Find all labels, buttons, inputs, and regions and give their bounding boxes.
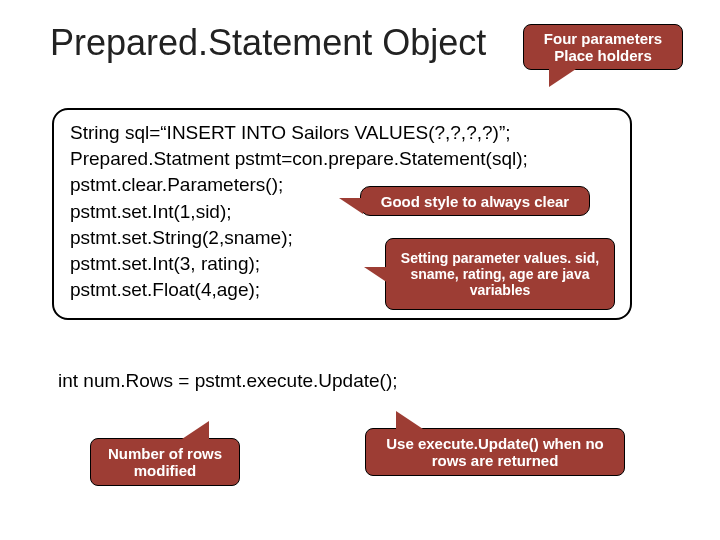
callout-tail-icon [396,411,426,431]
callout-tail-icon [179,421,209,441]
callout-text: Setting parameter values. sid, sname, ra… [394,250,606,298]
callout-execute-update: Use execute.Update() when no rows are re… [365,428,625,476]
callout-good-style: Good style to always clear [360,186,590,216]
callout-tail-icon [364,267,388,283]
code-line: String sql=“INSERT INTO Sailors VALUES(?… [70,120,614,146]
code-line-standalone: int num.Rows = pstmt.execute.Update(); [58,370,398,392]
callout-num-rows: Number of rows modified [90,438,240,486]
callout-text: Use execute.Update() when no rows are re… [374,435,616,469]
callout-four-parameters: Four parameters Place holders [523,24,683,70]
slide-title: Prepared.Statement Object [50,22,486,64]
code-line: Prepared.Statment pstmt=con.prepare.Stat… [70,146,614,172]
callout-text: Good style to always clear [381,193,569,210]
callout-setting-values: Setting parameter values. sid, sname, ra… [385,238,615,310]
callout-text: Four parameters Place holders [532,30,674,64]
callout-text: Number of rows modified [99,445,231,479]
callout-tail-icon [549,67,579,87]
slide: Prepared.Statement Object Four parameter… [0,0,720,540]
callout-tail-icon [339,198,363,214]
